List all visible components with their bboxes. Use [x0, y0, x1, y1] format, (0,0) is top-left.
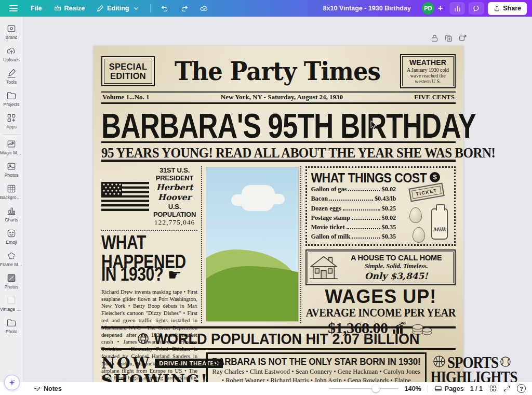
- cloud-check-icon: [200, 4, 208, 12]
- what-things-cost-box[interactable]: WHAT THINGS COST $ Gallon of gas$0.02 Ba…: [305, 166, 456, 246]
- sidebar-divider: [3, 134, 20, 135]
- notes-icon: [33, 385, 41, 392]
- born-in-1930-box[interactable]: BARBARA IS NOT THE ONLY STAR BORN IN 193…: [206, 352, 427, 382]
- sidebar-item-photo-folder[interactable]: Photo: [0, 315, 23, 337]
- pages-button[interactable]: Pages: [434, 385, 464, 392]
- baseball-icon: [500, 356, 511, 367]
- page-indicator: 1 / 1: [470, 385, 483, 392]
- sidebar-item-charts[interactable]: Charts: [0, 203, 23, 226]
- masthead-title[interactable]: The Party Times: [155, 57, 400, 86]
- undo-icon: [161, 4, 169, 12]
- sidebar-item-tools[interactable]: Tools: [0, 65, 23, 88]
- sparkle-icon: [8, 378, 16, 387]
- editing-label: Editing: [107, 5, 129, 12]
- weather-box[interactable]: WEATHER A January 1930 cold wave reached…: [400, 54, 456, 89]
- now-label: NOW: [101, 354, 151, 372]
- what-happened-heading[interactable]: WHAT HAPPENED IN 1930?☛: [101, 233, 197, 283]
- charts-icon: [6, 206, 17, 216]
- share-button[interactable]: Share: [488, 2, 527, 15]
- us-flag-icon: [101, 182, 149, 211]
- file-button[interactable]: File: [26, 3, 47, 14]
- notes-label: Notes: [44, 385, 62, 392]
- special-edition-box[interactable]: SPECIAL EDITION: [101, 56, 155, 87]
- sidebar-item-projects[interactable]: Projects: [0, 88, 23, 110]
- movies-section[interactable]: NOW DRIVE-IN THEATER SHOWING! THE YEAR'S…: [101, 351, 206, 382]
- duplicate-icon: [444, 34, 453, 43]
- subheadline[interactable]: 95 YEARS YOUNG! READ ALL ABOUT THE YEAR …: [101, 141, 456, 162]
- sidebar-item-frame-maker[interactable]: Frame Maker: [0, 248, 23, 270]
- pages-label: Pages: [445, 385, 464, 392]
- celebrity-names: Ray Charles • Clint Eastwood • Sean Conn…: [212, 367, 421, 382]
- cloud-save-status-button[interactable]: [195, 2, 213, 15]
- sidebar-item-photos[interactable]: Photos: [0, 159, 23, 181]
- assistant-button[interactable]: [4, 375, 20, 390]
- newspaper-page[interactable]: SPECIAL EDITION The Party Times WEATHER …: [94, 46, 463, 382]
- editing-mode-button[interactable]: Editing: [91, 2, 144, 15]
- undo-button[interactable]: [156, 2, 174, 15]
- sports-section[interactable]: SPORTS HIGHLIGHTS · • · World Series Cha…: [427, 351, 514, 382]
- add-page-icon: [458, 34, 467, 43]
- milk-bottle-icon: Milk: [431, 208, 448, 240]
- volume-row[interactable]: Volume 1...No. 1 New York, NY - Saturday…: [101, 91, 456, 104]
- chevron-down-icon: [132, 4, 140, 12]
- insights-button[interactable]: [449, 2, 465, 15]
- basketball-icon: [433, 355, 446, 368]
- checkerboard-icon: [6, 183, 17, 194]
- left-sidebar: Brand Uploads Tools Projects Apps Magic …: [0, 17, 23, 382]
- sidebar-item-brand[interactable]: Brand: [0, 21, 23, 43]
- photo-placeholder[interactable]: [206, 167, 298, 321]
- share-icon: [494, 5, 500, 12]
- volume-label: Volume 1...No. 1: [102, 93, 150, 101]
- redo-button[interactable]: [176, 2, 193, 15]
- president-block[interactable]: 31ST U.S. PRESIDENT Herbert Hoover U.S. …: [101, 166, 197, 231]
- notes-button[interactable]: Notes: [33, 385, 62, 392]
- wages-section[interactable]: WAGES UP! AVERAGE INCOME PER YEAR $1,368…: [305, 287, 456, 337]
- zoom-level[interactable]: 140%: [405, 385, 421, 392]
- president-name: Herbert Hoover: [152, 182, 197, 202]
- zoom-slider-thumb[interactable]: [372, 385, 380, 392]
- house-ad-box[interactable]: A HOUSE TO CALL HOME Simple. Solid. Time…: [305, 249, 456, 285]
- file-label: File: [31, 5, 42, 12]
- president-title: 31ST U.S. PRESIDENT: [152, 166, 197, 182]
- uploads-icon: [6, 46, 17, 56]
- document-title[interactable]: 8x10 Vintage - 1930 Birthday: [323, 5, 411, 12]
- duplicate-page-button[interactable]: [444, 34, 453, 43]
- apps-grid-icon: [6, 113, 17, 123]
- sidebar-item-photos-2[interactable]: Photos: [0, 270, 23, 293]
- image-icon: [6, 161, 17, 172]
- comments-button[interactable]: [469, 2, 484, 15]
- sidebar-item-background[interactable]: Background: [0, 181, 23, 203]
- menu-icon[interactable]: [9, 5, 18, 11]
- canvas-area: SPECIAL EDITION The Party Times WEATHER …: [23, 17, 532, 382]
- headline[interactable]: BARBARA'S 95TH BIRTHDAY: [101, 104, 456, 141]
- grid-view-button[interactable]: [489, 385, 497, 392]
- lock-button[interactable]: [430, 34, 439, 43]
- sidebar-item-vintage-texture[interactable]: Vintage Tex...: [0, 293, 23, 315]
- sidebar-item-emoji[interactable]: Emoji: [0, 226, 23, 248]
- dollar-badge-icon: $: [430, 172, 440, 182]
- help-button[interactable]: ?: [517, 384, 526, 393]
- avatar[interactable]: PD: [422, 2, 434, 15]
- hill-front-graphic: [206, 266, 298, 321]
- bottom-bar: Notes 140% Pages 1 / 1 ?: [0, 382, 532, 395]
- redo-icon: [180, 4, 189, 12]
- cost-row: Gallon of milk$0.35: [311, 233, 396, 241]
- add-page-button[interactable]: [458, 34, 467, 43]
- pages-icon: [434, 385, 442, 392]
- zoom-slider[interactable]: [329, 388, 398, 389]
- top-toolbar: File Resize Editing 8x10 Vintage - 1930 …: [0, 0, 532, 17]
- crown-icon: [54, 4, 62, 12]
- house-price: Only $3,845!: [341, 271, 451, 281]
- wages-title: WAGES UP!: [305, 287, 456, 306]
- sidebar-item-apps[interactable]: Apps: [0, 110, 23, 133]
- frame-icon: [6, 251, 17, 261]
- add-member-button[interactable]: +: [438, 4, 443, 13]
- sidebar-item-magic-media[interactable]: Magic Media: [0, 136, 23, 159]
- house-title: A HOUSE TO CALL HOME: [341, 254, 451, 262]
- fullscreen-button[interactable]: [503, 385, 511, 392]
- resize-button[interactable]: Resize: [49, 2, 90, 15]
- magic-media-icon: [6, 139, 17, 149]
- sidebar-item-uploads[interactable]: Uploads: [0, 43, 23, 65]
- price-label: FIVE CENTS: [414, 93, 455, 101]
- weather-title: WEATHER: [403, 58, 453, 67]
